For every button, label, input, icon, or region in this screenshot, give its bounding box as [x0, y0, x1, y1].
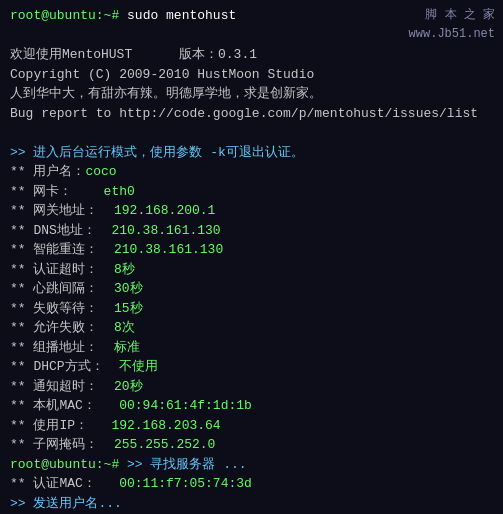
terminal-line: ** 智能重连： 210.38.161.130	[10, 240, 493, 260]
terminal-line: >> 进入后台运行模式，使用参数 -k可退出认证。	[10, 143, 493, 163]
terminal-line: ** 网卡： eth0	[10, 182, 493, 202]
terminal-line: Copyright (C) 2009-2010 HustMoon Studio	[10, 65, 493, 85]
terminal-line: ** 子网掩码： 255.255.252.0	[10, 435, 493, 455]
watermark-line1: 脚 本 之 家	[409, 6, 495, 25]
terminal-window: 脚 本 之 家 www.Jb51.net root@ubuntu:~# sudo…	[0, 0, 503, 514]
watermark: 脚 本 之 家 www.Jb51.net	[409, 6, 495, 44]
terminal-line: >> 发送用户名...	[10, 494, 493, 514]
terminal-line: ** 认证MAC： 00:11:f7:05:74:3d	[10, 474, 493, 494]
terminal-line: root@ubuntu:~# >> 寻找服务器 ...	[10, 455, 493, 475]
terminal-content: root@ubuntu:~# sudo mentohust 欢迎使用MentoH…	[0, 0, 503, 514]
terminal-line: ** 本机MAC： 00:94:61:4f:1d:1b	[10, 396, 493, 416]
terminal-line: 欢迎使用MentoHUST 版本：0.3.1	[10, 45, 493, 65]
terminal-line: 人到华中大，有甜亦有辣。明德厚学地，求是创新家。	[10, 84, 493, 104]
terminal-line: Bug report to http://code.google.com/p/m…	[10, 104, 493, 124]
terminal-line: ** 失败等待： 15秒	[10, 299, 493, 319]
terminal-line: ** 允许失败： 8次	[10, 318, 493, 338]
terminal-line: ** DHCP方式： 不使用	[10, 357, 493, 377]
terminal-line: ** 网关地址： 192.168.200.1	[10, 201, 493, 221]
terminal-line: ** 通知超时： 20秒	[10, 377, 493, 397]
terminal-line: ** 使用IP： 192.168.203.64	[10, 416, 493, 436]
watermark-line2: www.Jb51.net	[409, 25, 495, 44]
terminal-line: ** 用户名：coco	[10, 162, 493, 182]
terminal-line: ** 心跳间隔： 30秒	[10, 279, 493, 299]
terminal-line: ** DNS地址： 210.38.161.130	[10, 221, 493, 241]
terminal-line	[10, 123, 493, 143]
terminal-line: ** 认证超时： 8秒	[10, 260, 493, 280]
terminal-line: ** 组播地址： 标准	[10, 338, 493, 358]
